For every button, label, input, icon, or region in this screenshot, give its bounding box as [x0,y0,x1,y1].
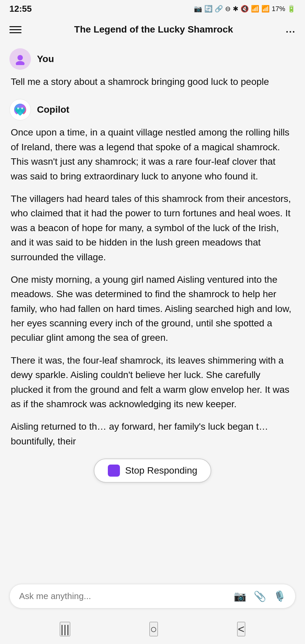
bluetooth-status-icon: ✱ [233,5,238,13]
microphone-icon[interactable]: 🎙️ [273,590,286,602]
nodisturb-status-icon: ⊖ [225,5,231,13]
copilot-paragraph-5: Aisling returned to th… ay forward, her … [11,419,294,448]
user-name: You [37,54,54,64]
stop-icon [108,465,120,477]
copilot-paragraph-3: One misty morning, a young girl named Ai… [11,272,294,345]
sim-status-icon: 🔄 [204,5,213,13]
home-button[interactable]: ○ [149,622,158,636]
copilot-avatar [9,99,31,120]
status-bar: 12:55 📷 🔄 🔗 ⊖ ✱ 🔇 📶 📶 17% 🔋 [0,0,305,17]
wifi-status-icon: 📶 [251,5,259,13]
input-bar: 📷 📎 🎙️ [9,584,296,608]
input-bar-container: 📷 📎 🎙️ [0,579,305,614]
recent-apps-button[interactable]: ||| [60,622,70,636]
svg-point-2 [17,107,19,109]
back-button[interactable]: < [237,622,245,636]
signal-status-icon: 📶 [261,5,270,13]
copilot-sender-row: Copilot [9,99,296,120]
copilot-paragraph-4: There it was, the four-leaf shamrock, it… [11,353,294,412]
copilot-paragraph-2: The villagers had heard tales of this sh… [11,192,294,264]
copilot-name: Copilot [37,104,69,115]
user-sender-row: You [9,48,296,70]
svg-point-0 [17,55,23,60]
bottom-nav: ||| ○ < [0,614,305,644]
copilot-logo-icon [12,102,28,118]
link-status-icon: 🔗 [215,5,223,13]
battery-icon: 🔋 [287,5,296,13]
status-icons: 📷 🔄 🔗 ⊖ ✱ 🔇 📶 📶 17% 🔋 [194,5,296,13]
battery-percent: 17% [272,5,285,13]
chat-area: You Tell me a story about a shamrock bri… [0,42,305,499]
nav-bar: The Legend of the Lucky Shamrock ... [0,17,305,42]
user-avatar [9,48,31,70]
hamburger-line-2 [9,29,21,30]
hamburger-line-1 [9,26,21,27]
stop-button-container: Stop Responding [9,459,296,483]
more-options-button[interactable]: ... [286,24,296,35]
attachment-icon[interactable]: 📎 [254,590,266,602]
camera-input-icon[interactable]: 📷 [234,590,246,602]
camera-status-icon: 📷 [194,5,202,13]
user-message-text: Tell me a story about a shamrock bringin… [9,74,296,89]
copilot-message-row: Copilot Once upon a time, in a quaint vi… [9,99,296,448]
svg-point-1 [16,61,25,65]
recent-apps-icon: ||| [60,623,70,636]
home-icon: ○ [150,623,157,636]
user-avatar-icon [14,53,26,65]
mute-status-icon: 🔇 [241,5,249,13]
chat-input[interactable] [19,591,234,601]
stop-responding-label: Stop Responding [125,465,198,476]
back-icon: < [238,623,245,636]
copilot-paragraph-1: Once upon a time, in a quaint village ne… [11,125,294,183]
status-time: 12:55 [9,4,32,14]
hamburger-line-3 [9,32,21,33]
stop-responding-button[interactable]: Stop Responding [94,459,212,483]
hamburger-menu-button[interactable] [9,26,21,33]
copilot-message-text: Once upon a time, in a quaint village ne… [9,125,296,448]
svg-point-3 [21,107,23,109]
user-message-row: You Tell me a story about a shamrock bri… [9,48,296,89]
page-title: The Legend of the Lucky Shamrock [21,24,286,35]
input-action-icons: 📷 📎 🎙️ [234,590,286,602]
